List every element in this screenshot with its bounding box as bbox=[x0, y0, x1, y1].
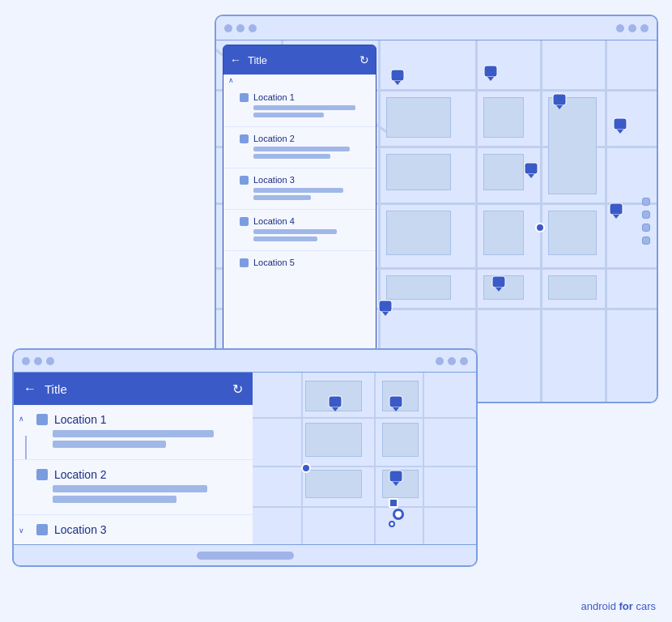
back-panel-item-1[interactable]: Location 1 bbox=[223, 86, 376, 127]
map-pin-4 bbox=[613, 117, 627, 134]
svg-marker-9 bbox=[528, 174, 534, 178]
fdot-6 bbox=[460, 357, 468, 365]
svg-marker-3 bbox=[487, 77, 494, 81]
svg-rect-10 bbox=[610, 203, 623, 215]
block-2 bbox=[386, 97, 451, 138]
block-11 bbox=[548, 211, 597, 255]
front-panel-item-1-name: Location 1 bbox=[36, 413, 243, 426]
front-checkbox-1[interactable] bbox=[36, 414, 48, 425]
svg-marker-15 bbox=[382, 312, 389, 316]
fblock-4 bbox=[382, 423, 419, 457]
brand-text: android for cars bbox=[581, 600, 657, 612]
svg-rect-14 bbox=[379, 300, 392, 312]
froad-h3 bbox=[253, 506, 476, 508]
front-map-circle-2 bbox=[389, 521, 395, 527]
froad-v2 bbox=[374, 373, 376, 544]
checkbox-2[interactable] bbox=[240, 134, 249, 143]
front-panel: ← Title ↻ ∧ Location 1 bbox=[14, 373, 253, 544]
front-panel-refresh-icon[interactable]: ↻ bbox=[232, 381, 243, 397]
road-v5 bbox=[605, 40, 607, 402]
map-location-dot bbox=[535, 223, 545, 232]
svg-marker-5 bbox=[556, 105, 563, 109]
item-bar-1b bbox=[253, 113, 324, 117]
bottom-pill bbox=[197, 552, 294, 560]
back-panel-item-5[interactable]: Location 5 bbox=[223, 251, 376, 277]
back-panel-item-1-name: Location 1 bbox=[240, 92, 368, 102]
svg-rect-20 bbox=[389, 471, 402, 482]
front-map-circle-1 bbox=[393, 509, 404, 520]
front-map-square-1 bbox=[389, 498, 398, 508]
svg-rect-12 bbox=[492, 276, 505, 288]
svg-marker-7 bbox=[617, 130, 623, 134]
item-bar-4a bbox=[253, 229, 337, 234]
item-bar-4b bbox=[253, 236, 317, 241]
back-panel-back-icon[interactable]: ← bbox=[230, 53, 241, 66]
back-panel-title: Title bbox=[248, 54, 353, 66]
back-panel-item-2-name: Location 2 bbox=[240, 134, 368, 143]
block-13 bbox=[386, 275, 451, 300]
front-checkbox-2[interactable] bbox=[36, 469, 48, 480]
road-v3 bbox=[475, 40, 478, 402]
front-top-dots-right bbox=[436, 357, 468, 365]
back-panel-refresh-icon[interactable]: ↻ bbox=[359, 53, 369, 66]
checkbox-5[interactable] bbox=[240, 258, 249, 267]
front-card-top-bar bbox=[14, 350, 476, 373]
front-panel-header: ← Title ↻ bbox=[14, 373, 253, 405]
froad-h2 bbox=[253, 466, 476, 467]
back-panel-item-4[interactable]: Location 4 bbox=[223, 210, 376, 251]
fdot-4 bbox=[436, 357, 444, 365]
block-6 bbox=[483, 154, 524, 190]
checkbox-1[interactable] bbox=[240, 93, 249, 102]
back-panel-item-2[interactable]: Location 2 bbox=[223, 127, 376, 168]
front-bar-1a bbox=[53, 430, 214, 437]
back-panel-item-3[interactable]: Location 3 bbox=[223, 168, 376, 210]
scroll-dot-2[interactable] bbox=[642, 211, 650, 219]
front-top-dots-left bbox=[22, 357, 54, 365]
back-panel-items: ∧ Location 1 Location 2 Location 3 bbox=[223, 75, 376, 351]
svg-rect-0 bbox=[391, 70, 404, 81]
block-10 bbox=[483, 211, 524, 255]
front-card: ← Title ↻ ∧ Location 1 bbox=[12, 348, 478, 567]
map-pin-8 bbox=[378, 300, 393, 316]
front-card-content: ← Title ↻ ∧ Location 1 bbox=[14, 373, 476, 544]
front-card-bottom-bar bbox=[14, 544, 476, 565]
front-panel-item-1[interactable]: ∧ Location 1 bbox=[14, 405, 253, 460]
map-pin-7 bbox=[491, 275, 506, 292]
dot-1 bbox=[224, 24, 232, 32]
checkbox-3[interactable] bbox=[240, 176, 249, 185]
front-map-dot-1 bbox=[301, 463, 311, 473]
front-map-pin-3 bbox=[389, 470, 403, 486]
back-card-dots-right bbox=[616, 24, 649, 32]
map-pin-6 bbox=[609, 202, 623, 219]
front-item-1-chevron-up[interactable]: ∧ bbox=[19, 415, 24, 423]
checkbox-4[interactable] bbox=[240, 217, 249, 226]
front-item-1-indent-line bbox=[25, 436, 27, 459]
svg-marker-1 bbox=[394, 81, 401, 85]
back-panel-item-3-name: Location 3 bbox=[240, 175, 368, 185]
scroll-dot-4[interactable] bbox=[642, 236, 650, 245]
svg-marker-17 bbox=[332, 407, 338, 411]
svg-rect-2 bbox=[484, 66, 497, 77]
block-9 bbox=[386, 211, 451, 255]
front-checkbox-3[interactable] bbox=[36, 524, 48, 535]
dot-6 bbox=[640, 24, 649, 32]
svg-rect-8 bbox=[525, 163, 538, 174]
front-panel-item-3[interactable]: ∨ Location 3 bbox=[14, 515, 253, 544]
scroll-dot-1[interactable] bbox=[642, 198, 650, 206]
back-card-dots-left bbox=[224, 24, 257, 32]
front-panel-item-3-name: Location 3 bbox=[36, 523, 243, 536]
front-item-3-chevron-down[interactable]: ∨ bbox=[19, 526, 24, 535]
back-panel-chevron-up[interactable]: ∧ bbox=[228, 76, 234, 84]
back-panel-expand-row: ∧ bbox=[223, 75, 376, 86]
front-panel-title: Title bbox=[45, 382, 224, 396]
back-panel: ← Title ↻ ∧ Location 1 Location 2 bbox=[223, 45, 376, 352]
item-bar-2b bbox=[253, 154, 330, 159]
scrollbar[interactable] bbox=[642, 198, 650, 245]
froad-v3 bbox=[423, 373, 424, 544]
front-panel-items: ∧ Location 1 Location 2 bbox=[14, 405, 253, 544]
dot-2 bbox=[236, 24, 245, 32]
scroll-dot-3[interactable] bbox=[642, 224, 650, 232]
block-5 bbox=[386, 154, 451, 190]
front-panel-back-icon[interactable]: ← bbox=[23, 381, 36, 396]
front-panel-item-2[interactable]: Location 2 bbox=[14, 460, 253, 515]
